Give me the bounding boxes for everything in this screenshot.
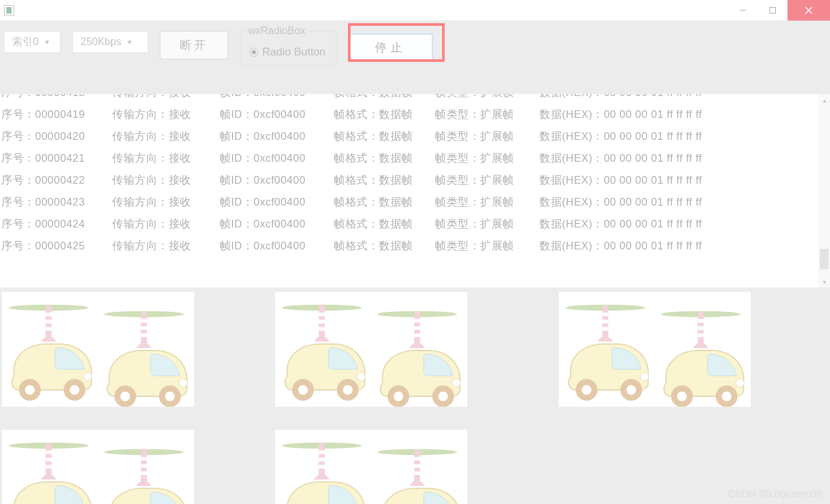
car-icon: [372, 440, 468, 504]
svg-rect-1: [770, 7, 776, 13]
radio-label: Radio Button: [262, 46, 325, 59]
maximize-button[interactable]: [758, 0, 787, 21]
image-panel: [275, 429, 468, 504]
index-select-value: 索引0: [12, 35, 39, 49]
log-row: 序号：00000423传输方向：接收帧ID：0xcf00400帧格式：数据帧帧类…: [0, 191, 818, 213]
log-row: 序号：00000421传输方向：接收帧ID：0xcf00400帧格式：数据帧帧类…: [0, 147, 818, 169]
radiobox: wxRadioBox Radio Button: [240, 31, 336, 66]
app-icon: [4, 5, 14, 15]
toolbar: 索引0 ▾ 250Kbps ▾ 断开 wxRadioBox Radio Butt…: [0, 21, 830, 94]
minimize-button[interactable]: [728, 0, 758, 21]
car-icon: [655, 302, 751, 407]
log-row: 序号：00000425传输方向：接收帧ID：0xcf00400帧格式：数据帧帧类…: [0, 235, 818, 257]
scroll-thumb[interactable]: [820, 249, 829, 269]
log-text[interactable]: 序号：00000418传输方向：接收帧ID：0xcf00400帧格式：数据帧帧类…: [0, 94, 818, 287]
window-buttons: [728, 0, 830, 21]
log-row: 序号：00000419传输方向：接收帧ID：0xcf00400帧格式：数据帧帧类…: [0, 103, 818, 125]
close-button[interactable]: [787, 0, 830, 21]
car-icon: [3, 296, 100, 405]
chevron-down-icon: ▾: [45, 37, 49, 46]
log-panel: 序号：00000418传输方向：接收帧ID：0xcf00400帧格式：数据帧帧类…: [0, 94, 830, 287]
log-row: 序号：00000420传输方向：接收帧ID：0xcf00400帧格式：数据帧帧类…: [0, 125, 818, 147]
stop-button[interactable]: 停止: [348, 34, 433, 62]
image-panel: [1, 429, 195, 504]
log-row: 序号：00000422传输方向：接收帧ID：0xcf00400帧格式：数据帧帧类…: [0, 169, 818, 191]
scrollbar-vertical[interactable]: ▴ ▾: [818, 94, 830, 287]
car-icon: [276, 296, 373, 405]
car-icon: [276, 434, 373, 504]
car-icon: [560, 296, 657, 405]
chevron-down-icon: ▾: [128, 37, 131, 46]
car-icon: [99, 302, 195, 407]
maximize-icon: [769, 6, 777, 14]
radio-bullet-icon: [249, 48, 258, 57]
log-row: 序号：00000424传输方向：接收帧ID：0xcf00400帧格式：数据帧帧类…: [0, 213, 818, 235]
radiobox-title: wxRadioBox: [246, 25, 308, 37]
image-panel-area: [0, 287, 830, 504]
image-panel: [275, 291, 468, 407]
disconnect-label: 断开: [180, 37, 208, 53]
image-panel: [558, 291, 751, 407]
scroll-down-icon[interactable]: ▾: [818, 276, 830, 287]
index-select[interactable]: 索引0 ▾: [4, 31, 61, 53]
car-icon: [3, 434, 100, 504]
car-icon: [372, 302, 468, 407]
log-row: 序号：00000418传输方向：接收帧ID：0xcf00400帧格式：数据帧帧类…: [0, 94, 818, 103]
minimize-icon: [739, 6, 747, 14]
scroll-up-icon[interactable]: ▴: [818, 94, 830, 106]
stop-label: 停止: [375, 40, 406, 55]
car-icon: [99, 440, 195, 504]
image-panel: [1, 291, 195, 407]
close-icon: [804, 6, 813, 15]
titlebar: [0, 0, 830, 21]
baud-select[interactable]: 250Kbps ▾: [72, 31, 148, 53]
radio-option[interactable]: Radio Button: [249, 46, 327, 59]
disconnect-button[interactable]: 断开: [160, 31, 228, 59]
baud-select-value: 250Kbps: [81, 36, 121, 48]
